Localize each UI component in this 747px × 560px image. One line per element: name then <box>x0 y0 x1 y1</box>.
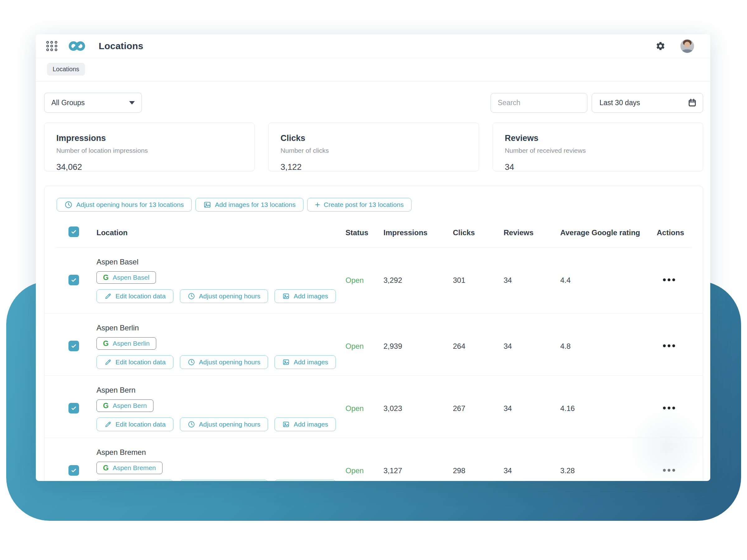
date-range-picker[interactable]: Last 30 days <box>592 93 703 113</box>
adjust-hours-button[interactable]: Adjust opening hours <box>180 289 268 303</box>
app-grid-icon[interactable] <box>46 41 58 51</box>
impressions-value: 2,939 <box>383 342 402 351</box>
adjust-hours-button[interactable]: Adjust opening hours <box>180 418 268 431</box>
rating-value: 3.28 <box>560 466 575 475</box>
clicks-value: 264 <box>453 342 465 351</box>
edit-location-button[interactable]: Edit location data <box>97 418 173 431</box>
top-bar: Locations <box>36 34 710 58</box>
brand-logo-icon[interactable] <box>68 39 85 53</box>
stat-value: 34 <box>505 162 691 172</box>
google-profile-badge[interactable]: G Aspen Basel <box>97 271 156 284</box>
bulk-actions: Adjust opening hours for 13 locations Ad… <box>45 186 703 212</box>
status-badge: Open <box>345 276 364 285</box>
chevron-down-icon <box>129 101 135 105</box>
locations-table-card: Adjust opening hours for 13 locations Ad… <box>44 186 703 481</box>
settings-gear-icon[interactable] <box>655 41 666 51</box>
search-input[interactable] <box>491 93 587 113</box>
google-badge-label: Aspen Basel <box>113 274 149 281</box>
select-all-checkbox[interactable] <box>69 226 79 237</box>
row-menu-icon[interactable] <box>663 407 675 409</box>
row-menu-icon[interactable] <box>663 344 675 347</box>
add-images-button[interactable]: Add images <box>275 355 336 369</box>
bulk-button-label: Add images for 13 locations <box>215 201 296 209</box>
column-header-actions: Actions <box>657 229 684 237</box>
google-profile-badge[interactable]: G Aspen Berlin <box>97 337 156 350</box>
google-g-icon: G <box>103 340 109 348</box>
user-avatar[interactable] <box>680 39 694 53</box>
table-row: Aspen Bremen G Aspen Bremen Edit locatio… <box>45 438 703 481</box>
stat-card-clicks: Clicks Number of clicks 3,122 <box>268 123 479 171</box>
row-checkbox[interactable] <box>69 341 79 351</box>
row-menu-icon[interactable] <box>663 469 675 472</box>
page-title: Locations <box>99 41 143 51</box>
status-badge: Open <box>345 342 364 351</box>
rating-value: 4.16 <box>560 404 575 413</box>
row-checkbox[interactable] <box>69 465 79 476</box>
stat-card-impressions: Impressions Number of location impressio… <box>44 123 255 171</box>
table-row: Aspen Basel G Aspen Basel Edit location … <box>45 248 703 314</box>
impressions-value: 3,292 <box>383 276 402 285</box>
add-images-button[interactable]: Add images <box>275 289 336 303</box>
clicks-value: 298 <box>453 466 465 475</box>
stat-subtitle: Number of location impressions <box>56 147 242 154</box>
google-profile-badge[interactable]: G Aspen Bremen <box>97 462 162 474</box>
bulk-adjust-hours-button[interactable]: Adjust opening hours for 13 locations <box>57 198 192 212</box>
image-icon <box>203 201 211 209</box>
add-images-button[interactable]: Add images <box>275 480 336 481</box>
clock-icon <box>188 421 195 428</box>
reviews-value: 34 <box>504 276 512 285</box>
row-button-label: Edit location data <box>115 358 165 366</box>
edit-location-button[interactable]: Edit location data <box>97 480 173 481</box>
adjust-hours-button[interactable]: Adjust opening hours <box>180 480 268 481</box>
google-profile-badge[interactable]: G Aspen Bern <box>97 399 153 412</box>
table-header: Location Status Impressions Clicks Revie… <box>45 218 703 248</box>
location-name: Aspen Berlin <box>97 324 336 332</box>
edit-location-button[interactable]: Edit location data <box>97 355 173 369</box>
google-g-icon: G <box>103 402 109 410</box>
calendar-icon <box>688 98 697 107</box>
bulk-button-label: Create post for 13 locations <box>324 201 404 209</box>
row-checkbox[interactable] <box>69 403 79 414</box>
google-g-icon: G <box>103 464 109 472</box>
google-badge-label: Aspen Berlin <box>113 340 150 347</box>
group-selector[interactable]: All Groups <box>44 93 142 113</box>
clock-icon <box>188 358 195 366</box>
location-name: Aspen Basel <box>97 258 336 266</box>
adjust-hours-button[interactable]: Adjust opening hours <box>180 355 268 369</box>
status-badge: Open <box>345 404 364 413</box>
impressions-value: 3,023 <box>383 404 402 413</box>
stat-title: Impressions <box>56 133 242 143</box>
add-images-button[interactable]: Add images <box>275 418 336 431</box>
plus-icon: + <box>315 202 320 208</box>
bulk-add-images-button[interactable]: Add images for 13 locations <box>196 198 304 212</box>
image-icon <box>282 358 290 366</box>
breadcrumb: Locations <box>36 58 710 81</box>
impressions-value: 3,127 <box>383 466 402 475</box>
row-button-label: Adjust opening hours <box>199 292 260 300</box>
clock-icon <box>188 292 195 300</box>
stat-value: 3,122 <box>280 162 467 172</box>
group-selector-value: All Groups <box>51 99 129 107</box>
reviews-value: 34 <box>504 342 512 351</box>
pencil-icon <box>104 292 112 300</box>
row-menu-icon[interactable] <box>663 278 675 281</box>
rating-value: 4.4 <box>560 276 570 285</box>
location-name: Aspen Bern <box>97 386 336 395</box>
clicks-value: 267 <box>453 404 465 413</box>
google-badge-label: Aspen Bremen <box>113 464 156 472</box>
table-row: Aspen Bern G Aspen Bern Edit location da… <box>45 376 703 438</box>
stat-cards: Impressions Number of location impressio… <box>36 113 710 171</box>
pencil-icon <box>104 421 112 428</box>
bulk-create-post-button[interactable]: + Create post for 13 locations <box>307 198 411 212</box>
column-header-status: Status <box>345 229 368 237</box>
row-button-label: Add images <box>293 358 328 366</box>
stat-value: 34,062 <box>56 162 242 172</box>
pencil-icon <box>104 358 112 366</box>
google-badge-label: Aspen Bern <box>113 402 147 409</box>
clicks-value: 301 <box>453 276 465 285</box>
row-checkbox[interactable] <box>69 275 79 285</box>
row-button-label: Edit location data <box>115 421 165 428</box>
edit-location-button[interactable]: Edit location data <box>97 289 173 303</box>
breadcrumb-item-locations[interactable]: Locations <box>47 63 85 76</box>
column-header-impressions: Impressions <box>383 229 427 237</box>
